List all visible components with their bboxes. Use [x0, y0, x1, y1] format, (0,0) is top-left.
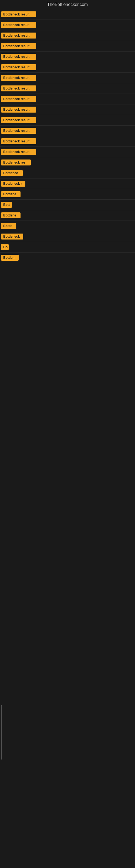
- list-item: Bottleneck result: [0, 115, 135, 126]
- bottleneck-badge[interactable]: Bott: [1, 202, 12, 208]
- list-item: Bottleneck: [0, 231, 135, 242]
- list-item: Bottlen: [0, 252, 135, 263]
- list-item: Bottleneck result: [0, 9, 135, 20]
- list-item: Bottleneck r: [0, 179, 135, 189]
- bottleneck-badge[interactable]: Bottleneck result: [1, 43, 36, 49]
- bottleneck-badge[interactable]: Bottleneck result: [1, 96, 36, 102]
- list-item: Bottleneck result: [0, 52, 135, 62]
- list-item: Bottleneck result: [0, 30, 135, 41]
- list-item: Bottleneck result: [0, 104, 135, 115]
- bottleneck-badge[interactable]: Bottleneck result: [1, 22, 36, 28]
- bottleneck-badge[interactable]: Bo: [1, 244, 9, 250]
- list-item: Bottleneck result: [0, 83, 135, 94]
- list-item: Bott: [0, 199, 135, 210]
- bottleneck-badge[interactable]: Bottleneck res: [1, 159, 31, 165]
- list-item: Bottlene: [0, 189, 135, 199]
- bottleneck-badge[interactable]: Bottlene: [1, 212, 20, 218]
- list-item: Bottleneck result: [0, 73, 135, 83]
- list-item: Bottlene: [0, 210, 135, 221]
- list-item: Bottleneck result: [0, 126, 135, 136]
- bottleneck-badge[interactable]: Bottleneck r: [1, 181, 26, 187]
- bottleneck-badge[interactable]: Bottleneck result: [1, 117, 36, 123]
- list-item: Bottlenec: [0, 168, 135, 179]
- bottleneck-badge[interactable]: Bottlene: [1, 191, 20, 197]
- list-item: Bottleneck result: [0, 136, 135, 147]
- bottleneck-badge[interactable]: Bottleneck: [1, 234, 23, 240]
- list-item: Bottleneck result: [0, 41, 135, 52]
- bottleneck-badge[interactable]: Bottle: [1, 223, 16, 229]
- list-item: Bottleneck result: [0, 62, 135, 73]
- list-item: Bottleneck result: [0, 147, 135, 157]
- bottleneck-badge[interactable]: Bottleneck result: [1, 54, 36, 60]
- bottleneck-badge[interactable]: Bottleneck result: [1, 128, 36, 134]
- list-item: Bottleneck res: [0, 157, 135, 168]
- bottleneck-badge[interactable]: Bottleneck result: [1, 64, 36, 70]
- bottleneck-badge[interactable]: Bottlen: [1, 255, 18, 261]
- list-item: Bottleneck result: [0, 94, 135, 104]
- bottleneck-badge[interactable]: Bottleneck result: [1, 86, 36, 91]
- bottleneck-badge[interactable]: Bottleneck result: [1, 75, 36, 81]
- list-item: Bo: [0, 242, 135, 252]
- bottleneck-badge[interactable]: Bottleneck result: [1, 106, 36, 113]
- vertical-line: [1, 705, 2, 760]
- bottleneck-badge[interactable]: Bottleneck result: [1, 33, 36, 38]
- bottleneck-badge[interactable]: Bottleneck result: [1, 138, 36, 144]
- site-header: TheBottlenecker.com: [0, 0, 135, 9]
- list-item: Bottleneck result: [0, 20, 135, 30]
- bottleneck-badge[interactable]: Bottleneck result: [1, 11, 36, 18]
- site-title: TheBottlenecker.com: [0, 0, 135, 9]
- items-list: Bottleneck resultBottleneck resultBottle…: [0, 9, 135, 263]
- list-item: Bottle: [0, 221, 135, 231]
- bottleneck-badge[interactable]: Bottleneck result: [1, 149, 36, 155]
- bottleneck-badge[interactable]: Bottlenec: [1, 170, 23, 176]
